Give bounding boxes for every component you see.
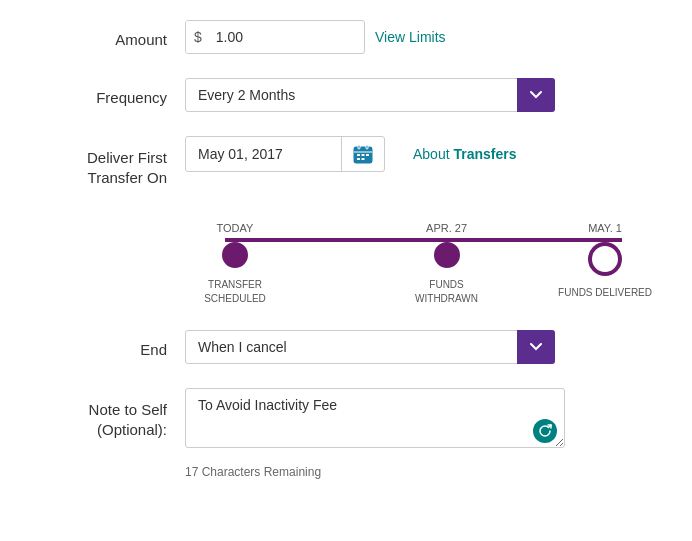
amount-input[interactable] — [210, 21, 330, 53]
deliver-control-wrap: About Transfers TODAY TRANSFER SCHEDULED… — [185, 136, 662, 306]
node1-label: TRANSFER SCHEDULED — [204, 278, 266, 306]
timeline-node-2: APR. 27 FUNDS WITHDRAWN — [407, 222, 487, 306]
node2-circle — [434, 242, 460, 268]
svg-rect-9 — [357, 158, 360, 160]
note-row: Note to Self (Optional): To Avoid Inacti… — [30, 388, 662, 479]
note-textarea[interactable]: To Avoid Inactivity Fee — [185, 388, 565, 448]
dollar-sign: $ — [186, 21, 210, 53]
node2-label: FUNDS WITHDRAWN — [415, 278, 478, 306]
node3-date: MAY. 1 — [588, 222, 622, 234]
end-select-wrap: When I cancel On a specific date After a… — [185, 330, 555, 364]
node3-circle — [588, 242, 622, 276]
deliver-row: Deliver First Transfer On — [30, 136, 662, 306]
node2-date: APR. 27 — [426, 222, 467, 234]
frequency-control-wrap: Every Month Every 2 Months Every 3 Month… — [185, 78, 662, 112]
svg-rect-2 — [358, 145, 360, 149]
date-input[interactable] — [186, 138, 341, 170]
note-label: Note to Self (Optional): — [30, 388, 185, 439]
end-select[interactable]: When I cancel On a specific date After a… — [185, 330, 555, 364]
svg-rect-7 — [362, 154, 365, 156]
frequency-row: Frequency Every Month Every 2 Months Eve… — [30, 78, 662, 112]
frequency-select-wrap: Every Month Every 2 Months Every 3 Month… — [185, 78, 555, 112]
end-control-wrap: When I cancel On a specific date After a… — [185, 330, 662, 364]
svg-rect-3 — [366, 145, 368, 149]
svg-rect-10 — [362, 158, 365, 160]
amount-row: Amount $ View Limits — [30, 20, 662, 54]
refresh-button[interactable] — [533, 419, 557, 443]
calendar-button[interactable] — [341, 137, 384, 171]
end-row: End When I cancel On a specific date Aft… — [30, 330, 662, 364]
end-label: End — [30, 330, 185, 360]
about-transfers-link[interactable]: About Transfers — [413, 146, 517, 162]
note-control-wrap: To Avoid Inactivity Fee 17 Characters Re… — [185, 388, 662, 479]
note-textarea-wrap: To Avoid Inactivity Fee — [185, 388, 565, 451]
calendar-icon — [352, 143, 374, 165]
timeline-node-3: MAY. 1 FUNDS DELIVERED — [558, 222, 652, 300]
amount-control-wrap: $ View Limits — [185, 20, 662, 54]
date-input-wrap — [185, 136, 385, 172]
deliver-label: Deliver First Transfer On — [30, 136, 185, 187]
svg-rect-6 — [357, 154, 360, 156]
timeline-node-1: TODAY TRANSFER SCHEDULED — [195, 222, 275, 306]
timeline: TODAY TRANSFER SCHEDULED APR. 27 FUNDS W… — [185, 192, 662, 306]
svg-rect-8 — [366, 154, 369, 156]
frequency-select[interactable]: Every Month Every 2 Months Every 3 Month… — [185, 78, 555, 112]
node1-date: TODAY — [217, 222, 254, 234]
refresh-icon — [538, 424, 552, 438]
chars-remaining: 17 Characters Remaining — [185, 465, 321, 479]
node1-circle — [222, 242, 248, 268]
frequency-label: Frequency — [30, 78, 185, 108]
amount-input-wrap: $ — [185, 20, 365, 54]
node3-label: FUNDS DELIVERED — [558, 286, 652, 300]
svg-rect-4 — [354, 151, 372, 163]
timeline-container: TODAY TRANSFER SCHEDULED APR. 27 FUNDS W… — [195, 192, 652, 306]
view-limits-link[interactable]: View Limits — [375, 29, 446, 45]
amount-label: Amount — [30, 20, 185, 50]
